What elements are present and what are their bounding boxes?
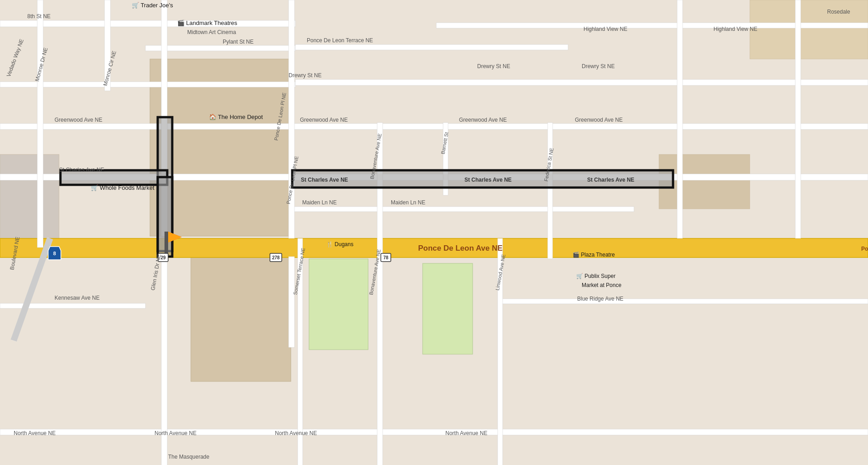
svg-text:8th St NE: 8th St NE bbox=[27, 13, 50, 20]
svg-text:Drewry St NE: Drewry St NE bbox=[289, 72, 322, 79]
svg-text:🏠 The Home Depot: 🏠 The Home Depot bbox=[209, 113, 263, 121]
svg-rect-23 bbox=[37, 0, 43, 247]
svg-rect-12 bbox=[0, 82, 295, 87]
svg-text:North Avenue NE: North Avenue NE bbox=[14, 430, 56, 436]
svg-text:Greenwood Ave NE: Greenwood Ave NE bbox=[300, 117, 348, 123]
svg-rect-42 bbox=[165, 232, 168, 257]
svg-text:St Charles Ave NE: St Charles Ave NE bbox=[587, 177, 634, 183]
svg-rect-19 bbox=[0, 303, 145, 308]
svg-text:🎬 Plaza Theatre: 🎬 Plaza Theatre bbox=[573, 251, 615, 258]
svg-text:St Charles Ave NE: St Charles Ave NE bbox=[59, 167, 104, 173]
svg-text:🛒 Whole Foods Market: 🛒 Whole Foods Market bbox=[91, 184, 155, 192]
svg-text:Greenwood Ave NE: Greenwood Ave NE bbox=[575, 117, 623, 123]
svg-rect-4 bbox=[309, 259, 368, 350]
svg-text:8: 8 bbox=[53, 251, 56, 256]
svg-text:278: 278 bbox=[272, 255, 280, 260]
svg-text:Ponce De Leon Terrace NE: Ponce De Leon Terrace NE bbox=[307, 37, 373, 44]
svg-rect-2 bbox=[191, 245, 291, 381]
svg-text:The Masquerade: The Masquerade bbox=[168, 454, 210, 460]
svg-text:St Charles Ave NE: St Charles Ave NE bbox=[464, 177, 512, 183]
svg-text:North Avenue NE: North Avenue NE bbox=[275, 430, 317, 436]
svg-text:Po: Po bbox=[861, 246, 868, 252]
svg-rect-9 bbox=[145, 45, 295, 51]
svg-rect-31 bbox=[548, 123, 553, 259]
svg-rect-13 bbox=[295, 79, 868, 85]
svg-rect-0 bbox=[0, 0, 868, 465]
map-container: 8 29 278 78 8th St NE Pylant St NE Ponce… bbox=[0, 0, 868, 465]
svg-text:Pylant St NE: Pylant St NE bbox=[223, 39, 254, 45]
svg-text:Midtown Art Cinema: Midtown Art Cinema bbox=[187, 29, 236, 35]
svg-text:North Avenue NE: North Avenue NE bbox=[155, 430, 197, 436]
svg-text:🛒 Trader Joe's: 🛒 Trader Joe's bbox=[132, 1, 173, 9]
svg-text:Rosedale: Rosedale bbox=[827, 9, 850, 15]
svg-rect-14 bbox=[0, 124, 293, 129]
svg-text:Blue Ridge Ave NE: Blue Ridge Ave NE bbox=[577, 296, 624, 302]
svg-text:🍴 Dugans: 🍴 Dugans bbox=[326, 241, 354, 247]
svg-rect-37 bbox=[795, 0, 801, 238]
svg-text:Greenwood Ave NE: Greenwood Ave NE bbox=[55, 117, 102, 123]
svg-text:Maiden Ln NE: Maiden Ln NE bbox=[302, 199, 337, 206]
svg-text:Drewry St NE: Drewry St NE bbox=[582, 63, 615, 69]
svg-text:🛒 Publix Super: 🛒 Publix Super bbox=[576, 272, 615, 279]
svg-rect-5 bbox=[423, 263, 473, 354]
svg-rect-36 bbox=[677, 0, 683, 238]
svg-text:Kennesaw Ave NE: Kennesaw Ave NE bbox=[55, 295, 100, 301]
svg-text:Maiden Ln NE: Maiden Ln NE bbox=[391, 199, 425, 206]
svg-text:St Charles Ave NE: St Charles Ave NE bbox=[301, 177, 348, 183]
svg-rect-8 bbox=[0, 20, 295, 27]
svg-rect-7 bbox=[750, 0, 868, 59]
svg-text:Ponce De Leon Ave NE: Ponce De Leon Ave NE bbox=[418, 244, 503, 252]
map-svg: 8 29 278 78 8th St NE Pylant St NE Ponce… bbox=[0, 0, 868, 465]
svg-rect-21 bbox=[0, 429, 868, 435]
svg-rect-18 bbox=[293, 207, 634, 212]
svg-text:Greenwood Ave NE: Greenwood Ave NE bbox=[459, 117, 507, 123]
svg-text:Drewry St NE: Drewry St NE bbox=[477, 63, 510, 69]
svg-text:🎬 Landmark Theatres: 🎬 Landmark Theatres bbox=[177, 19, 238, 27]
svg-text:78: 78 bbox=[383, 255, 389, 260]
svg-rect-10 bbox=[295, 45, 568, 50]
svg-text:North Avenue NE: North Avenue NE bbox=[445, 430, 488, 436]
svg-text:Market at Ponce: Market at Ponce bbox=[582, 282, 622, 288]
svg-rect-20 bbox=[500, 299, 868, 304]
svg-rect-11 bbox=[436, 23, 868, 28]
svg-text:Highland View NE: Highland View NE bbox=[713, 26, 758, 32]
svg-rect-28 bbox=[289, 257, 294, 347]
svg-text:Highland View NE: Highland View NE bbox=[584, 26, 628, 32]
svg-rect-3 bbox=[0, 154, 59, 245]
